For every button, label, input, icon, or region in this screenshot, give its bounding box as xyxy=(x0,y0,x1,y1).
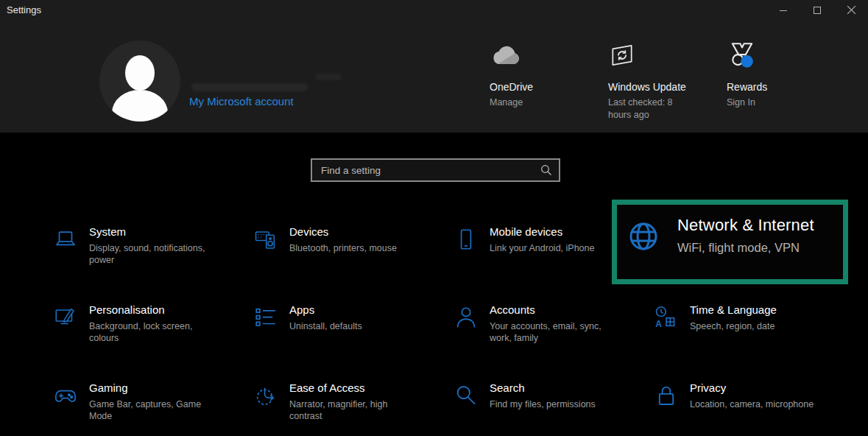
gaming-icon xyxy=(53,383,78,408)
category-tile-accounts[interactable]: Accounts Your accounts, email, sync, wor… xyxy=(454,299,654,377)
search-icon[interactable] xyxy=(540,164,552,176)
category-tile-search[interactable]: Search Find my files, permissions xyxy=(454,377,654,436)
category-subtitle: Narrator, magnifier, high contrast xyxy=(289,398,387,423)
category-subtitle: Game Bar, captures, Game Mode xyxy=(89,398,201,423)
quick-item-title: Windows Update xyxy=(608,81,716,93)
category-tile-network-internet[interactable]: Network & Internet WiFi, flight mode, VP… xyxy=(612,200,848,284)
onedrive-cloud-icon xyxy=(490,41,597,70)
category-subtitle: Background, lock screen, colours xyxy=(89,320,192,345)
person-icon xyxy=(454,305,479,330)
maximize-button[interactable] xyxy=(800,0,834,22)
category-tile-system[interactable]: System Display, sound, notifications, po… xyxy=(53,221,253,299)
laptop-icon xyxy=(53,227,78,252)
time-language-icon: A xyxy=(654,305,679,330)
user-silhouette-icon xyxy=(99,41,180,122)
category-title: Search xyxy=(490,382,596,394)
close-button[interactable] xyxy=(834,0,868,22)
quick-item-onedrive[interactable]: OneDrive Manage xyxy=(490,41,597,122)
quick-item-subtitle: Sign In xyxy=(727,96,834,109)
category-title: Gaming xyxy=(89,382,201,394)
category-title: Ease of Access xyxy=(289,382,387,394)
quick-item-windows-update[interactable]: Windows Update Last checked: 8 hours ago xyxy=(608,41,716,122)
rewards-medal-icon xyxy=(727,41,834,70)
category-tile-gaming[interactable]: Gaming Game Bar, captures, Game Mode xyxy=(53,377,253,436)
ease-of-access-icon xyxy=(253,383,278,408)
category-title: Privacy xyxy=(690,382,814,394)
avatar[interactable] xyxy=(99,41,180,122)
category-title: Accounts xyxy=(490,303,601,316)
svg-text:A: A xyxy=(655,319,662,329)
category-title: Devices xyxy=(289,225,397,238)
category-tile-privacy[interactable]: Privacy Location, camera, microphone xyxy=(654,377,854,436)
close-icon xyxy=(847,4,856,18)
apps-icon xyxy=(253,305,278,330)
category-title: Network & Internet xyxy=(677,216,814,235)
category-subtitle: Bluetooth, printers, mouse xyxy=(289,242,397,254)
category-title: System xyxy=(89,225,205,238)
category-subtitle: Find my files, permissions xyxy=(490,398,596,410)
category-tile-devices[interactable]: Devices Bluetooth, printers, mouse xyxy=(253,221,454,299)
category-subtitle: Link your Android, iPhone xyxy=(490,242,594,254)
phone-icon xyxy=(454,227,479,252)
maximize-icon xyxy=(813,4,822,18)
windows-update-icon xyxy=(608,41,716,70)
quick-item-subtitle: Manage xyxy=(490,96,597,109)
search-input[interactable] xyxy=(312,160,559,180)
category-subtitle: WiFi, flight mode, VPN xyxy=(677,240,814,256)
category-title: Mobile devices xyxy=(490,225,594,238)
window-title: Settings xyxy=(7,4,41,15)
minimize-button[interactable] xyxy=(766,0,800,22)
category-subtitle: Display, sound, notifications, power xyxy=(89,242,205,267)
quick-item-subtitle: Last checked: 8 hours ago xyxy=(608,96,716,122)
category-subtitle: Your accounts, email, sync, work, family xyxy=(490,320,601,345)
quick-item-title: Rewards xyxy=(727,81,834,93)
category-grid: System Display, sound, notifications, po… xyxy=(53,221,854,436)
category-subtitle: Uninstall, defaults xyxy=(289,320,362,332)
category-subtitle: Location, camera, microphone xyxy=(690,398,814,410)
redacted-username xyxy=(191,83,308,91)
redacted-username-mark xyxy=(315,74,342,80)
category-subtitle: Speech, region, date xyxy=(690,320,777,332)
search-icon xyxy=(454,383,479,408)
personalisation-icon xyxy=(53,305,78,330)
category-tile-personalisation[interactable]: Personalisation Background, lock screen,… xyxy=(53,299,253,377)
globe-icon xyxy=(626,219,661,254)
my-microsoft-account-link[interactable]: My Microsoft account xyxy=(189,95,294,108)
category-title: Apps xyxy=(289,303,362,316)
settings-window: Settings My Microsoft account OneDrive M… xyxy=(0,0,868,436)
search-box xyxy=(311,158,560,182)
category-title: Personalisation xyxy=(89,303,192,316)
window-controls xyxy=(766,0,868,22)
quick-item-title: OneDrive xyxy=(490,81,597,93)
category-title: Time & Language xyxy=(690,303,777,316)
devices-icon xyxy=(253,227,278,252)
quick-item-rewards[interactable]: Rewards Sign In xyxy=(727,41,834,122)
category-tile-ease-of-access[interactable]: Ease of Access Narrator, magnifier, high… xyxy=(253,377,454,436)
category-tile-time-language[interactable]: A Time & Language Speech, region, date xyxy=(654,299,854,377)
category-tile-apps[interactable]: Apps Uninstall, defaults xyxy=(253,299,454,377)
lock-icon xyxy=(654,383,679,408)
header-quick-items: OneDrive Manage Windows Update Last chec… xyxy=(490,41,845,122)
minimize-icon xyxy=(779,4,788,18)
